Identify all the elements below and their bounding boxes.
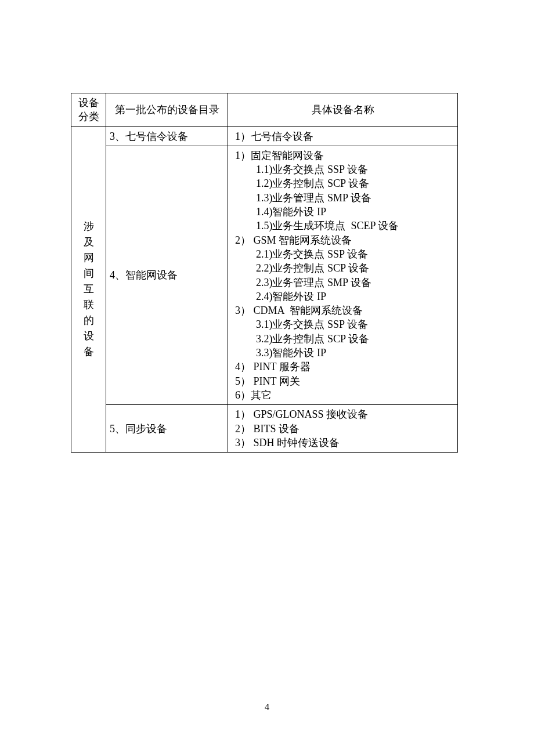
header-category-line2: 分类 (78, 111, 99, 122)
detail-cell: 1）七号信令设备 (228, 126, 458, 146)
detail-line: 2.4)智能外设 IP (232, 290, 454, 303)
detail-line: 1）七号信令设备 (232, 129, 454, 143)
directory-cell: 4、智能网设备 (106, 146, 228, 404)
detail-cell: 1） GPS/GLONASS 接收设备2） BITS 设备3） SDH 时钟传送… (228, 405, 458, 453)
detail-line: 2） BITS 设备 (232, 422, 454, 436)
category-cell: 涉及网间互联的设备 (71, 126, 106, 453)
header-directory: 第一批公布的设备目录 (106, 93, 228, 127)
detail-line: 1.5)业务生成环境点 SCEP 设备 (232, 219, 454, 233)
detail-line: 2.1)业务交换点 SSP 设备 (232, 247, 454, 261)
detail-line: 1） GPS/GLONASS 接收设备 (232, 407, 454, 421)
detail-line: 2.3)业务管理点 SMP 设备 (232, 276, 454, 290)
directory-cell: 5、同步设备 (106, 405, 228, 453)
document-page: 设备 分类 第一批公布的设备目录 具体设备名称 涉及网间互联的设备 3、七号信令… (0, 0, 534, 756)
detail-line: 4） PINT 服务器 (232, 360, 454, 374)
detail-line: 3） SDH 时钟传送设备 (232, 436, 454, 450)
detail-line: 3.1)业务交换点 SSP 设备 (232, 317, 454, 331)
detail-line: 1.4)智能外设 IP (232, 205, 454, 219)
header-category: 设备 分类 (71, 93, 106, 127)
detail-cell: 1）固定智能网设备1.1)业务交换点 SSP 设备1.2)业务控制点 SCP 设… (228, 146, 458, 404)
table-row: 涉及网间互联的设备 3、七号信令设备 1）七号信令设备 (71, 126, 458, 146)
equipment-table: 设备 分类 第一批公布的设备目录 具体设备名称 涉及网间互联的设备 3、七号信令… (71, 93, 458, 453)
detail-line: 1.2)业务控制点 SCP 设备 (232, 176, 454, 190)
table-row: 5、同步设备 1） GPS/GLONASS 接收设备2） BITS 设备3） S… (71, 405, 458, 453)
header-category-line1: 设备 (78, 97, 99, 108)
detail-line: 3.2)业务控制点 SCP 设备 (232, 332, 454, 346)
table-header-row: 设备 分类 第一批公布的设备目录 具体设备名称 (71, 93, 458, 127)
detail-line: 1）固定智能网设备 (232, 149, 454, 162)
table-row: 4、智能网设备 1）固定智能网设备1.1)业务交换点 SSP 设备1.2)业务控… (71, 146, 458, 404)
category-label: 涉及网间互联的设备 (84, 219, 94, 360)
header-details: 具体设备名称 (228, 93, 458, 127)
directory-cell: 3、七号信令设备 (106, 126, 228, 146)
page-number: 4 (0, 702, 534, 712)
detail-line: 3） CDMA 智能网系统设备 (232, 303, 454, 317)
detail-line: 6）其它 (232, 388, 454, 402)
detail-line: 1.1)业务交换点 SSP 设备 (232, 162, 454, 176)
detail-line: 5） PINT 网关 (232, 374, 454, 388)
detail-line: 2.2)业务控制点 SCP 设备 (232, 261, 454, 275)
detail-line: 3.3)智能外设 IP (232, 346, 454, 360)
detail-line: 2） GSM 智能网系统设备 (232, 233, 454, 247)
detail-line: 1.3)业务管理点 SMP 设备 (232, 191, 454, 205)
